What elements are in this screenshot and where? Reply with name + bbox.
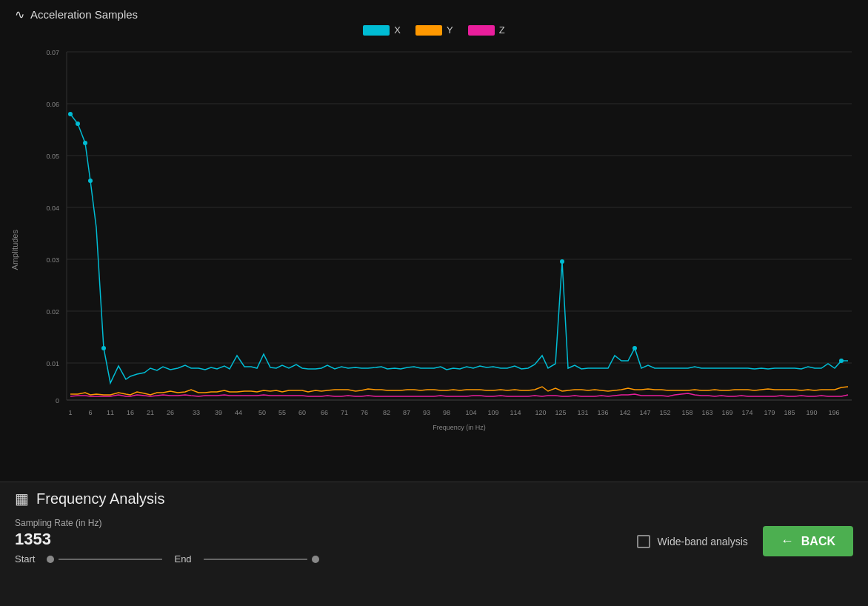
svg-text:0.05: 0.05 [46, 153, 59, 160]
back-arrow-icon: ← [781, 533, 794, 549]
start-slider-track [59, 559, 162, 560]
wideband-label: Wide-band analysis [658, 536, 748, 547]
svg-text:196: 196 [828, 409, 839, 416]
svg-text:136: 136 [597, 409, 608, 416]
svg-text:71: 71 [341, 409, 348, 416]
svg-text:0.04: 0.04 [46, 204, 59, 212]
svg-text:147: 147 [639, 409, 650, 416]
end-label: End [174, 553, 191, 565]
svg-text:44: 44 [235, 409, 242, 416]
legend-label-x: X [394, 24, 401, 36]
end-slider-fill [204, 559, 307, 560]
legend-color-x [363, 25, 390, 36]
legend-item-y: Y [415, 24, 453, 36]
svg-text:76: 76 [361, 409, 368, 416]
chart-legend: X Y Z [7, 24, 861, 36]
controls-row: Sampling Rate (in Hz) 1353 Start End [15, 518, 853, 565]
svg-text:33: 33 [193, 409, 200, 416]
slider-row: Start End [15, 553, 319, 565]
start-label: Start [15, 553, 35, 565]
svg-text:Frequency (in Hz): Frequency (in Hz) [433, 424, 486, 431]
svg-text:125: 125 [555, 409, 566, 416]
svg-text:66: 66 [321, 409, 328, 416]
start-slider-fill [59, 559, 162, 560]
svg-text:104: 104 [465, 409, 476, 416]
svg-text:190: 190 [806, 409, 817, 416]
back-button-label: BACK [801, 535, 835, 548]
freq-analysis-icon: ▦ [15, 490, 29, 507]
svg-text:0.07: 0.07 [46, 49, 59, 56]
svg-text:114: 114 [510, 409, 521, 416]
svg-text:16: 16 [127, 409, 134, 416]
right-controls: Wide-band analysis ← BACK [637, 526, 853, 556]
svg-point-57 [68, 112, 73, 116]
legend-item-z: Z [468, 24, 505, 36]
svg-text:39: 39 [215, 409, 222, 416]
svg-point-64 [839, 359, 844, 363]
chart-title-icon: ∿ [15, 7, 24, 21]
svg-point-59 [83, 141, 87, 145]
svg-text:169: 169 [721, 409, 732, 416]
freq-analysis-header: ▦ Frequency Analysis [15, 490, 853, 507]
sampling-rate-value: 1353 [15, 530, 319, 549]
main-chart-svg: 0.07 0.06 0.05 0.04 0.03 0.02 0.01 0 1 6… [30, 37, 859, 437]
chart-section: ∿ Acceleration Samples X Y Z Amplitudes [0, 0, 868, 482]
svg-text:109: 109 [487, 409, 498, 416]
sampling-rate-label: Sampling Rate (in Hz) [15, 518, 319, 528]
svg-text:21: 21 [147, 409, 154, 416]
back-button[interactable]: ← BACK [763, 526, 853, 556]
svg-text:1: 1 [68, 409, 72, 416]
y-axis-label: Amplitudes [10, 230, 19, 270]
svg-text:26: 26 [167, 409, 174, 416]
legend-color-z [468, 25, 495, 36]
svg-text:179: 179 [764, 409, 775, 416]
svg-text:131: 131 [577, 409, 588, 416]
end-slider[interactable] [204, 556, 319, 563]
svg-text:60: 60 [298, 409, 306, 416]
svg-text:174: 174 [741, 409, 752, 416]
svg-point-61 [101, 346, 106, 350]
freq-analysis-title: Frequency Analysis [36, 490, 164, 507]
start-slider-dot [47, 556, 54, 563]
svg-point-62 [560, 259, 564, 264]
chart-area: Amplitudes 0.07 0.06 0.05 0.04 0.03 0.02… [7, 37, 861, 452]
svg-text:0.03: 0.03 [46, 256, 59, 264]
svg-text:0.01: 0.01 [46, 360, 59, 367]
svg-text:6: 6 [88, 409, 92, 416]
svg-text:152: 152 [659, 409, 670, 416]
svg-text:163: 163 [701, 409, 712, 416]
svg-text:120: 120 [535, 409, 546, 416]
end-slider-dot [312, 556, 319, 563]
start-slider[interactable] [47, 556, 162, 563]
bottom-section: ▦ Frequency Analysis Sampling Rate (in H… [0, 482, 868, 606]
svg-text:158: 158 [681, 409, 692, 416]
svg-text:98: 98 [443, 409, 450, 416]
svg-text:55: 55 [278, 409, 286, 416]
legend-label-y: Y [447, 24, 453, 36]
svg-text:0.06: 0.06 [46, 101, 59, 108]
svg-point-58 [76, 121, 80, 126]
legend-color-y [415, 25, 442, 36]
sampling-section: Sampling Rate (in Hz) 1353 Start End [15, 518, 319, 565]
svg-text:185: 185 [784, 409, 795, 416]
wideband-checkbox[interactable] [637, 535, 650, 548]
chart-title-bar: ∿ Acceleration Samples [7, 7, 861, 21]
svg-text:0.02: 0.02 [46, 308, 59, 316]
svg-text:50: 50 [258, 409, 266, 416]
svg-point-60 [88, 179, 93, 183]
wideband-checkbox-container[interactable]: Wide-band analysis [637, 535, 748, 548]
legend-item-x: X [363, 24, 401, 36]
svg-text:93: 93 [423, 409, 430, 416]
svg-text:82: 82 [383, 409, 390, 416]
svg-text:142: 142 [619, 409, 630, 416]
legend-label-z: Z [499, 24, 505, 36]
svg-point-63 [632, 346, 637, 350]
svg-rect-0 [30, 37, 859, 400]
svg-text:11: 11 [107, 409, 114, 416]
end-slider-track [204, 559, 307, 560]
svg-text:0: 0 [56, 397, 59, 404]
svg-text:87: 87 [403, 409, 410, 416]
chart-title-text: Acceleration Samples [30, 8, 138, 21]
